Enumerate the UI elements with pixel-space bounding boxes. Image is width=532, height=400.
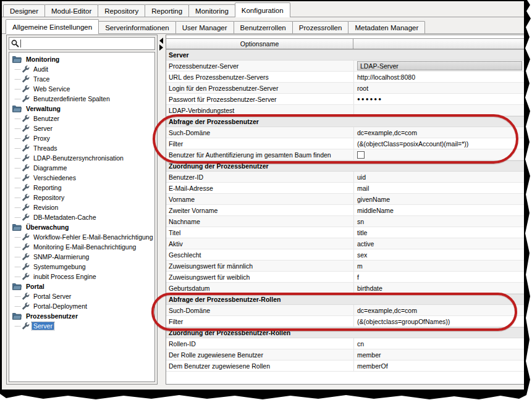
option-value-cell[interactable]: dc=example,dc=com [353, 127, 524, 138]
option-value-cell[interactable]: middleName [353, 205, 524, 215]
option-value-cell[interactable]: root [353, 83, 524, 93]
collapse-right-icon[interactable] [159, 44, 163, 51]
option-name: URL des Prozessbenutzer-Servers [166, 72, 353, 82]
option-value-cell[interactable]: sn [353, 216, 524, 227]
option-row-der-rolle-zugewiesene-benutzer: Der Rolle zugewiesene Benutzermember [166, 349, 524, 360]
tree-item-monitoring-e-mail-benachrichtigung[interactable]: Monitoring E-Mail-Benachrichtigung [9, 242, 154, 252]
option-name: Benutzer für Authentifizierung im gesamt… [166, 149, 353, 160]
tree-item-web-service[interactable]: Web Service [9, 84, 154, 94]
option-value-cell[interactable] [353, 149, 524, 160]
tree-item-repository[interactable]: Repository [9, 193, 154, 202]
main-tab-modul-editor[interactable]: Modul-Editor [44, 4, 98, 17]
option-value-text: m [357, 262, 363, 270]
tree-folder-prozessbenutzer[interactable]: Prozessbenutzer [9, 311, 154, 321]
tree-connector [15, 217, 20, 218]
option-value-cell[interactable]: member [353, 349, 524, 360]
option-row-filter: Filter(&(objectclass=groupOfNames)) [166, 316, 524, 327]
option-value-text: active [357, 240, 374, 248]
sub-tab-prozessrollen[interactable]: Prozessrollen [292, 21, 349, 33]
option-value-cell[interactable]: ●●●●●● [353, 94, 524, 104]
tree-folder-monitoring[interactable]: Monitoring [9, 54, 154, 64]
tree-item-revision[interactable]: Revision [9, 202, 154, 212]
tree-item-server[interactable]: Server [9, 123, 154, 133]
panel-splitter[interactable] [158, 35, 166, 385]
tree-item-diagramme[interactable]: Diagramme [9, 163, 154, 173]
column-header-optionsname[interactable]: Optionsname [166, 39, 353, 49]
tree-connector [15, 247, 20, 248]
tree-folder-portal[interactable]: Portal [9, 281, 154, 291]
tree-item-snmp-alarmierung[interactable]: SNMP-Alarmierung [9, 252, 154, 262]
tree-item-reporting[interactable]: Reporting [9, 183, 154, 193]
tree-item-server[interactable]: Server [9, 321, 154, 331]
option-value-cell[interactable] [353, 105, 524, 115]
option-value-cell[interactable]: mail [353, 183, 524, 193]
tree-connector [15, 277, 20, 277]
options-table-header: Optionsname [166, 38, 524, 49]
option-row-ldap-verbindungstest: LDAP-Verbindungstest [166, 105, 524, 116]
tree-item-portal-deployment[interactable]: Portal-Deployment [9, 301, 154, 311]
option-row-login-für-den-prozessbenutzer-server: Login für den Prozessbenutzer-Serverroot [166, 83, 524, 94]
option-name: Der Rolle zugewiesene Benutzer [166, 349, 353, 360]
option-value-text: f [357, 273, 359, 281]
option-value-cell[interactable]: givenName [353, 194, 524, 204]
sub-tab-benutzerrollen[interactable]: Benutzerrollen [234, 21, 293, 33]
tree-connector [15, 138, 20, 139]
tree-item-proxy[interactable]: Proxy [9, 133, 154, 143]
option-value-cell[interactable]: m [353, 260, 524, 271]
tree-item-ldap-benutzersynchronisation[interactable]: LDAP-Benutzersynchronisation [9, 153, 154, 163]
option-value-text: sex [357, 251, 367, 259]
main-tab-konfiguration[interactable]: Konfiguration [235, 2, 290, 17]
option-value-cell[interactable]: LDAP-Server [353, 60, 524, 71]
search-input[interactable] [21, 39, 153, 48]
tree-item-label: Portal-Deployment [32, 302, 88, 310]
option-value-cell[interactable]: http://localhost:8080 [353, 72, 524, 82]
option-value-text: memberOf [357, 362, 388, 370]
option-row-such-domäne: Such-Domänedc=example,dc=com [166, 127, 524, 138]
sub-tab-allgemeine-einstellungen[interactable]: Allgemeine Einstellungen [6, 19, 99, 34]
tree-item-db-metadaten-cache[interactable]: DB-Metadaten-Cache [9, 212, 154, 222]
sub-tab-serverinformationen[interactable]: Serverinformationen [98, 21, 176, 33]
option-value-cell[interactable]: f [353, 272, 524, 282]
tree-item-benutzerdefinierte-spalten[interactable]: Benutzerdefinierte Spalten [9, 94, 154, 104]
main-tab-designer[interactable]: Designer [3, 4, 45, 17]
option-value-text: title [357, 229, 367, 236]
tree-folder-verwaltung[interactable]: Verwaltung [9, 104, 154, 114]
option-value-cell[interactable]: uid [353, 172, 524, 182]
tree-item-verschiedenes[interactable]: Verschiedenes [9, 173, 154, 183]
main-tab-repository[interactable]: Repository [98, 4, 145, 17]
option-value-cell[interactable]: title [353, 227, 524, 238]
tree-item-label: LDAP-Benutzersynchronisation [32, 154, 125, 162]
column-header-value[interactable] [353, 39, 524, 49]
combo-box[interactable]: LDAP-Server [357, 61, 522, 70]
option-value-text: (&(objectclass=groupOfNames)) [357, 318, 450, 325]
sub-tab-user-manager[interactable]: User Manager [175, 21, 234, 33]
main-tab-monitoring[interactable]: Monitoring [188, 4, 235, 17]
option-value-cell[interactable]: (&(objectclass=groupOfNames)) [353, 316, 524, 327]
option-value-cell[interactable]: cn [353, 338, 524, 349]
sub-tab-metadaten-manager[interactable]: Metadaten Manager [348, 21, 425, 33]
checkbox-unchecked[interactable] [357, 151, 365, 159]
tree-item-workflow-fehler-e-mail-benachrichtigung[interactable]: Workflow-Fehler E-Mail-Benachrichtigung [9, 232, 154, 242]
tree-connector [15, 326, 20, 327]
option-value-cell[interactable]: birthdate [353, 283, 524, 293]
wrench-icon [22, 184, 30, 192]
tree-item-portal-server[interactable]: Portal Server [9, 291, 154, 301]
tree-search-box[interactable] [9, 37, 155, 50]
tree-item-threads[interactable]: Threads [9, 143, 154, 153]
tree-item-inubit-process-engine[interactable]: inubit Process Engine [9, 272, 154, 281]
tree-item-systemumgebung[interactable]: Systemumgebung [9, 262, 154, 272]
option-name: Such-Domäne [166, 305, 353, 315]
option-value-cell[interactable]: active [353, 238, 524, 249]
tree-item-label: Reporting [32, 184, 63, 191]
option-value-cell[interactable]: (&(objectClass=posixAccount)(mail=*)) [353, 138, 524, 149]
main-tab-reporting[interactable]: Reporting [145, 4, 189, 17]
tree-folder-überwachung[interactable]: Überwachung [9, 222, 154, 232]
option-value-cell[interactable]: dc=example,dc=com [353, 305, 524, 315]
tree-item-benutzer[interactable]: Benutzer [9, 114, 154, 123]
tree-item-trace[interactable]: Trace [9, 74, 154, 84]
option-name: Rollen-ID [166, 338, 353, 349]
tree-item-audit[interactable]: Audit [9, 64, 154, 74]
option-value-cell[interactable]: sex [353, 249, 524, 260]
option-value-cell[interactable]: memberOf [353, 360, 524, 371]
collapse-left-icon[interactable] [159, 38, 163, 44]
